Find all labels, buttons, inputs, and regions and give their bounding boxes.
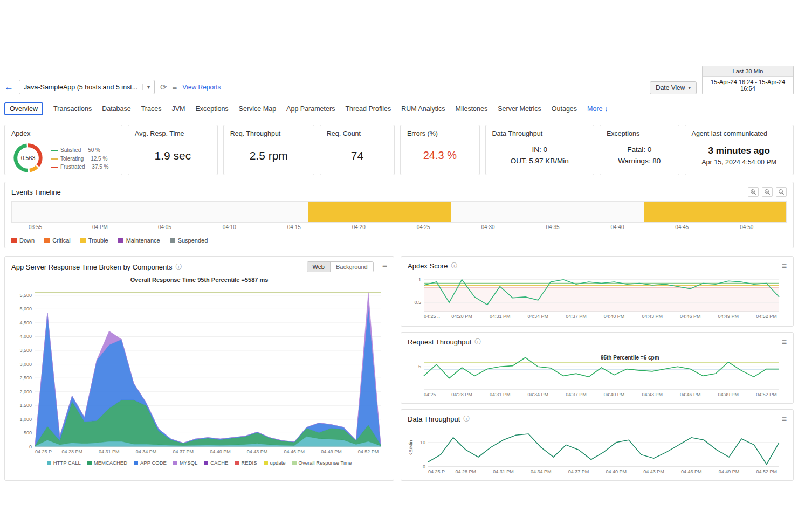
time-range-picker[interactable]: Last 30 Min 15-Apr-24 16:24 - 15-Apr-24 … [702, 66, 794, 94]
events-legend: Down Critical Trouble Maintenance Suspen… [11, 237, 787, 244]
view-reports-link[interactable]: View Reports [182, 84, 221, 91]
timeline-tick-label: 04:10 [223, 224, 236, 230]
svg-text:500: 500 [24, 430, 32, 436]
legend-item-redis[interactable]: REDIS [235, 460, 257, 466]
svg-text:04:28 PM: 04:28 PM [455, 469, 476, 474]
tab-outages[interactable]: Outages [552, 105, 577, 113]
timeline-tick-label: 04:05 [158, 224, 171, 230]
info-icon[interactable]: ⓘ [175, 262, 182, 272]
legend-item-app-code[interactable]: APP CODE [134, 460, 167, 466]
timeline-tick-label: 04:45 [675, 224, 689, 230]
svg-text:2,000: 2,000 [19, 389, 32, 395]
date-view-button[interactable]: Date View ▾ [650, 81, 697, 94]
svg-text:2,500: 2,500 [19, 375, 32, 381]
legend-item-update[interactable]: update [264, 460, 286, 466]
zoom-in-icon[interactable] [748, 187, 759, 197]
application-dropdown-value: Java-SampleApp (5 hosts and 5 inst... [19, 84, 142, 91]
svg-text:04:49 PM: 04:49 PM [718, 314, 739, 319]
legend-item-overall-response-time[interactable]: Overall Response Time [292, 460, 352, 466]
kpi-card-apdex: Apdex 0.563 Satisfied 50 % Tolerating 12… [4, 125, 122, 175]
response-components-panel: App Server Response Time Broken by Compo… [4, 256, 394, 481]
legend-item-suspended: Suspended [170, 237, 208, 244]
timeline-tick-label: 04:35 [546, 224, 559, 230]
svg-text:0.563: 0.563 [21, 155, 36, 161]
svg-text:4,000: 4,000 [19, 334, 32, 339]
chart-menu-icon[interactable]: ≡ [782, 415, 787, 424]
timeline-segment-trouble[interactable] [644, 202, 786, 222]
tab-thread-profiles[interactable]: Thread Profiles [345, 105, 391, 113]
events-timeline-title: Events Timeline [11, 188, 748, 196]
events-timeline-bar[interactable] [11, 201, 787, 223]
svg-text:4,500: 4,500 [19, 320, 32, 326]
svg-text:04:52 PM: 04:52 PM [358, 449, 379, 454]
data-throughput-panel: Data Throughput ⓘ ≡ 01004:25 P..04:28 PM… [401, 409, 794, 481]
kpi-card-errors: Errors (%) 24.3 % [400, 125, 480, 175]
chart-menu-icon[interactable]: ≡ [382, 262, 387, 271]
tab-more[interactable]: More ↓ [587, 105, 608, 113]
tab-overview[interactable]: Overview [4, 102, 43, 115]
svg-text:04:52 PM: 04:52 PM [756, 469, 777, 474]
svg-text:04:25 P..: 04:25 P.. [35, 449, 54, 454]
tab-milestones[interactable]: Milestones [455, 105, 487, 113]
chevron-down-icon: ▾ [142, 84, 154, 90]
info-icon[interactable]: ⓘ [474, 337, 481, 347]
svg-text:95th Percentile =6 cpm: 95th Percentile =6 cpm [601, 355, 659, 361]
tab-server-metrics[interactable]: Server Metrics [498, 105, 541, 113]
tab-exceptions[interactable]: Exceptions [195, 105, 228, 113]
tab-database[interactable]: Database [102, 105, 131, 113]
list-menu-icon[interactable]: ≡ [173, 83, 177, 91]
svg-text:04:40 PM: 04:40 PM [604, 392, 625, 397]
toggle-web[interactable]: Web [307, 262, 331, 272]
refresh-icon[interactable]: ⟳ [160, 83, 167, 91]
application-dropdown[interactable]: Java-SampleApp (5 hosts and 5 inst... ▾ [19, 80, 155, 94]
legend-item-http-call[interactable]: HTTP CALL [47, 460, 81, 466]
timeline-segment-trouble[interactable] [308, 202, 451, 222]
tab-traces[interactable]: Traces [141, 105, 162, 113]
tab-jvm[interactable]: JVM [171, 105, 185, 113]
svg-text:04:46 PM: 04:46 PM [680, 392, 701, 397]
svg-text:04:40 PM: 04:40 PM [606, 469, 627, 474]
svg-text:04:34 PM: 04:34 PM [136, 449, 157, 454]
kpi-card-data-throughput: Data Throughput IN: 0 OUT: 5.97 KB/Min [485, 125, 594, 175]
tab-transactions[interactable]: Transactions [53, 105, 92, 113]
svg-text:04:49 PM: 04:49 PM [719, 469, 740, 474]
tab-app-parameters[interactable]: App Parameters [286, 105, 335, 113]
legend-item-cache[interactable]: CACHE [204, 460, 228, 466]
svg-text:04:37 PM: 04:37 PM [566, 392, 587, 397]
request-throughput-chart: 504:25..04:28 PM04:31 PM04:34 PM04:37 PM… [408, 347, 787, 398]
request-throughput-panel: Request Throughput ⓘ ≡ 504:25..04:28 PM0… [401, 332, 794, 404]
response-components-chart: 05001,0001,5002,0002,5003,0003,5004,0004… [11, 284, 387, 455]
svg-text:3,500: 3,500 [19, 348, 32, 353]
chart-menu-icon[interactable]: ≡ [782, 262, 787, 271]
info-icon[interactable]: ⓘ [451, 261, 457, 271]
kpi-title: Req. Throughput [230, 130, 307, 141]
toggle-background[interactable]: Background [331, 262, 373, 272]
tab-service-map[interactable]: Service Map [239, 105, 276, 113]
timeline-tick-label: 04:15 [287, 224, 301, 230]
kpi-title: Avg. Resp. Time [135, 130, 211, 141]
svg-text:04:46 PM: 04:46 PM [680, 314, 701, 319]
zoom-reset-icon[interactable] [776, 187, 787, 197]
timeline-tick-label: 04:25 [417, 224, 430, 230]
svg-text:04:28 PM: 04:28 PM [451, 314, 472, 319]
svg-text:5: 5 [418, 364, 421, 369]
response-components-legend: HTTP CALL MEMCACHED APP CODE MYSQL CACHE… [11, 460, 387, 466]
svg-text:10: 10 [420, 440, 425, 445]
chart-menu-icon[interactable]: ≡ [782, 338, 787, 347]
svg-text:04:34 PM: 04:34 PM [531, 469, 552, 474]
apdex-score-chart: 0.5104:25 ..04:28 PM04:31 PM04:34 PM04:3… [408, 271, 787, 320]
legend-item-memcached[interactable]: MEMCACHED [87, 460, 127, 466]
legend-item-critical: Critical [44, 237, 71, 244]
legend-item-mysql[interactable]: MYSQL [173, 460, 197, 466]
kpi-agent-values: 3 minutes ago Apr 15, 2024 4:54:00 PM [701, 146, 776, 166]
tab-rum-analytics[interactable]: RUM Analytics [401, 105, 445, 113]
svg-text:1: 1 [418, 277, 421, 282]
svg-text:1,500: 1,500 [19, 403, 32, 408]
kpi-value-lines: Fatal: 0 Warnings: 80 [618, 144, 661, 167]
zoom-out-icon[interactable] [762, 187, 773, 197]
info-icon[interactable]: ⓘ [463, 414, 470, 424]
svg-text:5,000: 5,000 [19, 306, 32, 312]
timeline-tick-label: 04:40 [610, 224, 624, 230]
kpi-title: Data Throughput [492, 130, 587, 141]
back-arrow-icon[interactable]: ← [4, 82, 13, 92]
